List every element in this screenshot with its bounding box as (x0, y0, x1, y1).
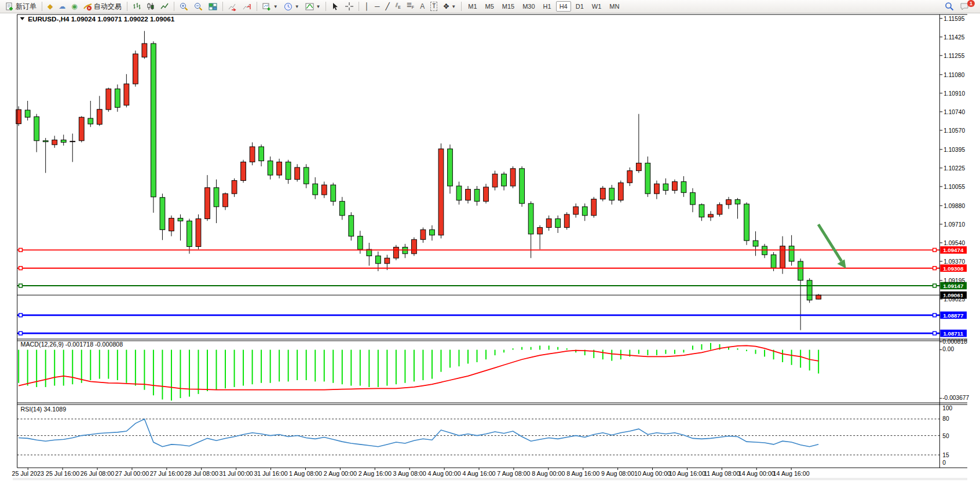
vertical-line-tool[interactable]: │ (361, 1, 372, 12)
auto-scroll-button[interactable] (225, 1, 240, 12)
price-line-label: 1.09474 (943, 247, 964, 253)
candlestick-chart-icon (147, 2, 155, 10)
candle-body-up (564, 214, 569, 228)
time-tick-label: 2 Aug 00:00 (324, 470, 357, 477)
fibonacci-tool[interactable]: ☰F (404, 1, 417, 12)
tf-button-D1[interactable]: D1 (572, 1, 587, 12)
rsi-label: RSI(14) 34.1089 (21, 406, 67, 413)
tf-button-W1[interactable]: W1 (588, 1, 605, 12)
candle-body-up (484, 187, 489, 201)
zoom-in-icon (180, 2, 188, 11)
candle-body-down (753, 240, 758, 246)
price-tick-label: 1.10395 (944, 147, 965, 153)
candle-body-up (510, 169, 515, 186)
toolbar-separator (42, 2, 42, 11)
candle (717, 202, 722, 216)
candle-body-up (537, 228, 543, 234)
tile-windows-button[interactable] (206, 1, 220, 12)
candle-body-down (268, 161, 273, 175)
chart-shift-button[interactable] (240, 1, 254, 12)
line-handle[interactable] (19, 314, 23, 317)
candle-body-down (430, 229, 435, 235)
new-chart-button[interactable]: ▼ (259, 1, 281, 12)
candle-body-up (393, 247, 398, 258)
zoom-in-button[interactable] (177, 1, 191, 12)
line-handle[interactable] (19, 267, 23, 270)
candle (564, 212, 569, 229)
autotrading-button[interactable]: 自动交易 (81, 1, 125, 12)
chart-window[interactable]: MACD(12,26,9) -0.001718 -0.000808RSI(14)… (0, 13, 980, 492)
line-handle[interactable] (933, 331, 937, 335)
notifications-button[interactable]: 1 (957, 1, 978, 12)
text-label-tool[interactable]: T (427, 1, 440, 12)
tf-button-M1[interactable]: M1 (465, 1, 480, 12)
time-tick-label: 1 Aug 08:00 (289, 470, 322, 477)
zoom-out-icon (194, 2, 203, 11)
toolbar-separator (174, 2, 174, 11)
crosshair-icon (345, 2, 353, 10)
arrows-tool[interactable]: ✥▼ (440, 1, 459, 12)
candle (393, 245, 398, 260)
macd-label: MACD(12,26,9) -0.001718 -0.000808 (21, 341, 123, 348)
line-handle[interactable] (933, 284, 937, 287)
line-handle[interactable] (933, 267, 937, 270)
tf-button-M15[interactable]: M15 (499, 1, 518, 12)
auto-scroll-icon (228, 2, 237, 11)
tile-windows-icon (209, 2, 217, 11)
tf-button-M30[interactable]: M30 (519, 1, 538, 12)
candle-body-down (582, 207, 587, 216)
text-tool[interactable]: A (417, 1, 427, 12)
candle (618, 181, 623, 203)
channel-tool[interactable]: ⫽E (393, 1, 404, 12)
time-tick-label: 2 Aug 16:00 (359, 470, 392, 477)
periods-button[interactable]: ▼ (281, 1, 302, 12)
candle-body-up (321, 185, 327, 195)
tf-button-MN[interactable]: MN (606, 1, 623, 12)
candle-body-down (456, 186, 462, 200)
candle-body-down (789, 246, 794, 261)
candlestick-chart-button[interactable] (144, 1, 158, 12)
trendline-tool[interactable]: ╱ (383, 1, 393, 12)
candle-body-down (520, 169, 525, 203)
rsi-tick-label: 0 (942, 460, 946, 466)
price-tick-label: 1.11425 (944, 34, 964, 41)
candle-body-up (250, 147, 255, 162)
candle-body-up (717, 205, 722, 214)
zoom-out-button[interactable] (191, 1, 206, 12)
candle (600, 186, 605, 201)
horizontal-line-tool[interactable]: ─ (372, 1, 383, 12)
candle-body-up (654, 184, 659, 194)
bar-chart-button[interactable] (130, 1, 144, 12)
time-tick-label: 26 Jul 08:00 (81, 470, 114, 477)
candle (412, 238, 417, 256)
chart-canvas[interactable]: MACD(12,26,9) -0.001718 -0.000808RSI(14)… (0, 13, 980, 492)
signals-button[interactable]: ◉ (68, 1, 80, 12)
tf-button-M5[interactable]: M5 (482, 1, 498, 12)
toolbar-separator (257, 2, 257, 11)
line-handle[interactable] (19, 331, 23, 335)
market-button[interactable]: ◆ (45, 1, 56, 12)
community-button[interactable]: ☁ (56, 1, 68, 12)
line-handle[interactable] (933, 314, 937, 317)
tf-button-H1[interactable]: H1 (540, 1, 555, 12)
candle-body-up (412, 239, 417, 253)
search-button[interactable] (942, 1, 957, 12)
candle-body-down (681, 181, 686, 192)
line-handle[interactable] (19, 248, 23, 252)
horizontal-line-icon: ─ (375, 2, 380, 10)
cursor-tool-button[interactable] (328, 1, 342, 12)
candle-body-up (52, 140, 57, 144)
candle-body-up (780, 246, 785, 268)
line-handle[interactable] (19, 284, 23, 287)
candle-body-up (142, 43, 147, 57)
candle-body-up (277, 162, 282, 176)
line-handle[interactable] (933, 248, 937, 252)
indicators-button[interactable]: ▼ (302, 1, 324, 12)
line-chart-button[interactable] (158, 1, 171, 12)
price-line-label: 1.09308 (943, 265, 964, 272)
crosshair-tool-button[interactable] (342, 1, 356, 12)
tf-button-H4[interactable]: H4 (556, 1, 571, 12)
new-order-button[interactable]: 新订单 (2, 1, 39, 12)
candle-body-down (187, 221, 192, 246)
candle-body-down (61, 140, 66, 142)
